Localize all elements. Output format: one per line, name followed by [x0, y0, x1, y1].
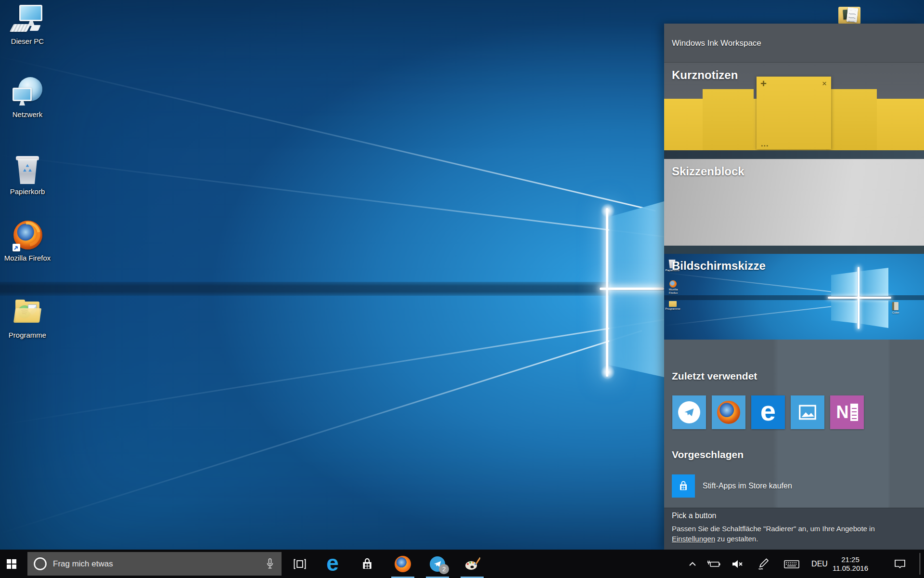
- pen-icon: [757, 558, 771, 570]
- start-button[interactable]: [0, 550, 23, 578]
- sticky-notes-label: Kurznotizen: [672, 68, 738, 82]
- footer-body: Passen Sie die Schaltfläche "Radierer" a…: [672, 524, 915, 544]
- sticky-note[interactable]: [826, 89, 877, 150]
- telegram-unread-badge: 2: [439, 564, 449, 574]
- store-taskbar-button[interactable]: [352, 550, 382, 578]
- microphone-icon[interactable]: [264, 558, 276, 570]
- note-more-button[interactable]: ...: [761, 140, 769, 148]
- firefox-icon: [395, 556, 411, 572]
- desktop-icon-this-pc[interactable]: Dieser PC: [1, 4, 54, 46]
- tray-touch-keyboard[interactable]: [780, 550, 804, 578]
- action-center-button[interactable]: [889, 550, 911, 578]
- recent-app-firefox[interactable]: [712, 395, 745, 429]
- clock-time: 21:25: [841, 555, 860, 564]
- this-pc-icon: [12, 4, 43, 36]
- store-icon: [677, 479, 690, 493]
- store-icon: [359, 556, 375, 572]
- mini-light-beam: [664, 304, 846, 326]
- mini-icon-label: Cube: [888, 311, 903, 315]
- tray-volume-muted[interactable]: [728, 550, 748, 578]
- tray-language[interactable]: DEU: [808, 550, 831, 578]
- store-suggestion-text[interactable]: Stift-Apps im Store kaufen: [703, 474, 792, 498]
- desktop-icon-recycle-bin[interactable]: Papierkorb: [1, 154, 54, 196]
- mini-programs-icon: [669, 301, 677, 307]
- desktop-icon-firefox[interactable]: Mozilla Firefox: [1, 221, 54, 263]
- store-suggestion-tile[interactable]: [672, 474, 695, 498]
- recent-app-edge[interactable]: e: [751, 395, 785, 429]
- firefox-icon: [717, 401, 740, 424]
- desktop-icon-pictures-folder[interactable]: [838, 6, 862, 25]
- tray-pen[interactable]: [753, 550, 776, 578]
- windows-desktop: Dieser PC Netzwerk Papierkorb M: [0, 0, 924, 578]
- battery-plug-icon: [706, 559, 721, 569]
- document-icon: [846, 7, 858, 23]
- windows-logo-icon: [7, 559, 16, 569]
- show-desktop-button[interactable]: [920, 553, 920, 575]
- shortcut-arrow-icon: [13, 244, 20, 251]
- taskbar: Frag mich etwas e: [0, 550, 924, 578]
- sticky-note-active[interactable]: + × ...: [757, 77, 831, 149]
- windows-ink-workspace-panel: Windows Ink Workspace Kurznotizen + × ..…: [664, 24, 924, 550]
- desktop-icon-network[interactable]: Netzwerk: [1, 77, 54, 119]
- tray-clock[interactable]: 21:25 11.05.2016: [832, 550, 869, 578]
- settings-link[interactable]: Einstellungen: [672, 535, 715, 543]
- volume-muted-icon: [731, 559, 744, 569]
- ink-panel-title: Windows Ink Workspace: [672, 24, 761, 63]
- search-placeholder: Frag mich etwas: [53, 559, 113, 569]
- tray-battery[interactable]: [704, 550, 724, 578]
- onenote-icon: N: [836, 402, 858, 422]
- paint-taskbar-button[interactable]: [457, 550, 487, 578]
- edge-icon: e: [760, 397, 776, 425]
- mini-window-pane: [860, 301, 888, 328]
- screen-sketch-label: Bildschirmskizze: [672, 259, 766, 273]
- footer-text: zu gestalten.: [715, 535, 758, 543]
- note-close-button[interactable]: ×: [822, 79, 827, 89]
- mini-cube-folder-icon: [892, 302, 898, 310]
- desktop-icon-programs[interactable]: Programme: [1, 298, 54, 340]
- programs-folder-icon: [12, 298, 43, 329]
- network-icon: [12, 77, 43, 109]
- recent-app-photos[interactable]: [791, 395, 824, 429]
- edge-taskbar-button[interactable]: e: [318, 550, 347, 578]
- telegram-icon: [678, 401, 700, 423]
- mini-window-pane: [831, 301, 857, 323]
- mini-window-pane: [831, 272, 857, 296]
- recent-app-telegram[interactable]: [672, 395, 706, 429]
- mini-firefox-icon: [669, 280, 677, 288]
- mini-icon-label: Mozilla Firefox: [664, 288, 682, 295]
- edge-icon: e: [326, 552, 339, 574]
- clock-date: 11.05.2016: [833, 564, 868, 573]
- search-input[interactable]: Frag mich etwas: [27, 552, 282, 576]
- suggested-label: Vorgeschlagen: [672, 449, 744, 460]
- recycle-arrows-icon: [21, 163, 34, 175]
- photos-icon: [798, 403, 817, 421]
- recent-app-onenote[interactable]: N: [830, 395, 864, 429]
- action-center-icon: [894, 558, 906, 570]
- desktop-icon-label: Dieser PC: [1, 37, 54, 46]
- sketchpad-label: Skizzenblock: [672, 165, 744, 178]
- task-view-button[interactable]: [285, 550, 315, 578]
- keyboard-icon: [783, 558, 800, 570]
- mini-window-glow-line: [828, 297, 891, 299]
- telegram-icon: 2: [430, 556, 445, 572]
- section-divider: [664, 150, 924, 159]
- telegram-taskbar-button[interactable]: 2: [423, 550, 452, 578]
- recycle-bin-icon: [12, 154, 43, 186]
- note-add-button[interactable]: +: [760, 78, 767, 90]
- recent-label: Zuletzt verwendet: [672, 370, 757, 382]
- paint-icon: [464, 556, 480, 572]
- mini-window-pane: [860, 268, 888, 296]
- mini-light-beam: [664, 272, 846, 294]
- desktop-icon-label: Netzwerk: [1, 110, 54, 119]
- desktop-icon-label: Programme: [1, 331, 54, 340]
- sticky-note[interactable]: [703, 89, 754, 150]
- cortana-icon: [34, 557, 47, 570]
- firefox-taskbar-button[interactable]: [388, 550, 418, 578]
- section-divider: [664, 246, 924, 254]
- chevron-up-icon: [688, 561, 697, 567]
- desktop-icon-label: Papierkorb: [1, 187, 54, 196]
- firefox-icon: [12, 221, 43, 252]
- tray-expand-chevron[interactable]: [685, 550, 700, 578]
- task-view-icon: [293, 557, 307, 571]
- footer-text: Passen Sie die Schaltfläche "Radierer" a…: [672, 525, 875, 533]
